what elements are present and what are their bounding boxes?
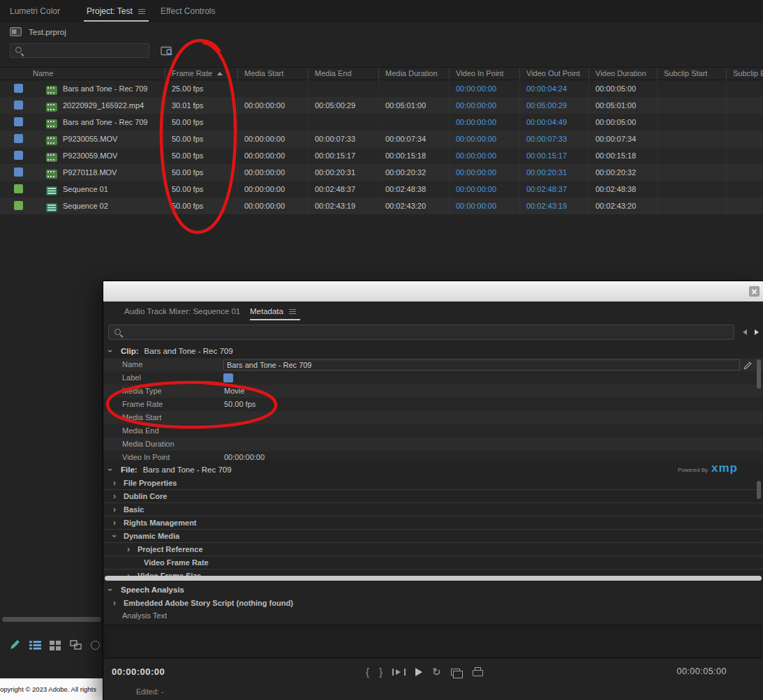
tab-project[interactable]: Project: Test [87, 0, 145, 22]
project-search-input[interactable] [28, 47, 145, 55]
video-out-cell[interactable]: 00:02:48:37 [519, 181, 588, 198]
metadata-section-row[interactable]: Rights Management [103, 516, 763, 530]
file-section-header[interactable]: File: Bars and Tone - Rec 709 [109, 463, 232, 477]
panel-menu-icon[interactable] [138, 9, 145, 15]
metadata-section-row[interactable]: Dublin Core [103, 490, 763, 503]
table-row[interactable]: 20220929_165922.mp4 30.01 fps 00:00:00:0… [0, 97, 763, 114]
tab-audio-track-mixer[interactable]: Audio Track Mixer: Sequence 01 [124, 301, 240, 321]
column-header-video-duration[interactable]: Video Duration [588, 68, 657, 81]
table-row[interactable]: P9230059.MOV 50.00 fps 00:00:00:00 00:00… [0, 147, 763, 164]
chevron-right-icon[interactable] [113, 479, 119, 487]
video-in-cell[interactable]: 00:00:00:00 [449, 181, 519, 198]
metadata-section-row[interactable]: Video Frame Rate [103, 556, 763, 569]
clip-name[interactable]: P9230059.MOV [63, 147, 117, 164]
video-out-cell[interactable]: 00:00:15:17 [519, 147, 588, 164]
label-color-swatch[interactable] [14, 84, 23, 93]
column-header-video-out[interactable]: Video Out Point [519, 68, 588, 81]
video-in-cell[interactable]: 00:00:00:00 [449, 97, 519, 114]
mark-in-brace-icon[interactable] [366, 667, 369, 677]
tab-effect-controls[interactable]: Effect Controls [161, 0, 215, 22]
video-in-cell[interactable]: 00:00:00:00 [449, 164, 519, 181]
column-header-video-in[interactable]: Video In Point [449, 68, 519, 81]
project-file-row[interactable]: Test.prproj [10, 27, 66, 36]
sequence-name[interactable]: Sequence 02 [63, 198, 108, 214]
column-header-subclip-end[interactable]: Subclip End [726, 68, 763, 81]
loop-icon[interactable] [432, 667, 441, 677]
clip-name[interactable]: 20220929_165922.mp4 [63, 97, 144, 114]
freeform-view-icon[interactable] [70, 640, 82, 650]
chevron-down-icon[interactable] [109, 466, 115, 474]
metadata-section-row[interactable]: Basic [103, 503, 763, 516]
clip-name-field[interactable] [223, 359, 740, 371]
vertical-scrollbar[interactable] [757, 481, 761, 499]
clip-section-header[interactable]: Clip: Bars and Tone - Rec 709 [109, 344, 233, 358]
video-out-cell[interactable]: 00:00:20:31 [519, 164, 588, 181]
icon-view-icon[interactable] [50, 640, 61, 650]
table-row[interactable]: Bars and Tone - Rec 709 25.00 fps 00:00:… [0, 80, 763, 97]
clip-name[interactable]: P9270118.MOV [63, 164, 117, 181]
column-header-media-end[interactable]: Media End [308, 68, 378, 81]
metadata-section-row[interactable]: File Properties [103, 477, 763, 490]
video-out-cell[interactable]: 00:00:04:24 [519, 80, 588, 97]
metadata-section-row[interactable]: Project Reference [103, 543, 763, 556]
sequence-name[interactable]: Sequence 01 [63, 181, 108, 198]
column-header-subclip-start[interactable]: Subclip Start [657, 68, 726, 81]
column-header-media-duration[interactable]: Media Duration [378, 68, 449, 81]
speech-analysis-header[interactable]: Speech Analysis [109, 583, 184, 596]
new-search-bin-button[interactable] [159, 43, 175, 57]
column-header-media-start[interactable]: Media Start [237, 68, 308, 81]
list-view-icon[interactable] [29, 640, 41, 650]
field-value[interactable]: 00:00:00:00 [224, 451, 265, 460]
video-out-cell[interactable]: 00:00:04:49 [519, 114, 588, 131]
chevron-right-icon[interactable] [113, 519, 119, 527]
tab-metadata[interactable]: Metadata [250, 301, 296, 321]
play-in-to-out-icon[interactable] [392, 668, 406, 676]
project-writable-pencil-icon[interactable] [8, 639, 21, 651]
label-color-swatch[interactable] [14, 134, 23, 143]
label-color-swatch[interactable] [14, 100, 23, 110]
video-out-cell[interactable]: 00:05:00:29 [519, 97, 588, 114]
analysis-text-area[interactable] [105, 625, 762, 658]
video-in-cell[interactable]: 00:00:00:00 [449, 147, 519, 164]
previous-arrow-icon[interactable] [743, 329, 747, 335]
close-icon[interactable] [749, 286, 760, 297]
metadata-section-row[interactable]: Dynamic Media [103, 530, 763, 543]
clip-name[interactable]: P9230055.MOV [63, 131, 117, 147]
vertical-scrollbar[interactable] [757, 359, 761, 389]
label-color-swatch[interactable] [14, 117, 23, 126]
next-arrow-icon[interactable] [755, 329, 759, 335]
clip-name[interactable]: Bars and Tone - Rec 709 [63, 80, 147, 97]
video-in-cell[interactable]: 00:00:00:00 [449, 114, 519, 131]
horizontal-scrollbar[interactable] [105, 576, 762, 581]
label-color-swatch[interactable] [14, 184, 23, 193]
video-in-cell[interactable]: 00:00:00:00 [449, 131, 519, 147]
chevron-right-icon[interactable] [113, 505, 119, 514]
label-color-swatch[interactable] [14, 201, 23, 210]
column-header-frame-rate[interactable]: Frame Rate [165, 68, 237, 81]
video-out-cell[interactable]: 00:00:07:33 [519, 131, 588, 147]
table-row[interactable]: Sequence 02 50.00 fps 00:00:00:00 00:02:… [0, 198, 763, 214]
mark-out-brace-icon[interactable] [379, 667, 383, 677]
video-in-cell[interactable]: 00:00:00:00 [449, 80, 519, 97]
printer-icon[interactable] [473, 670, 483, 676]
table-row[interactable]: P9230055.MOV 50.00 fps 00:00:00:00 00:00… [0, 131, 763, 147]
metadata-search-input[interactable] [127, 328, 729, 336]
play-icon[interactable] [415, 668, 422, 676]
embedded-script-row[interactable]: Embedded Adobe Story Script (nothing fou… [113, 596, 293, 609]
table-row[interactable]: P9270118.MOV 50.00 fps 00:00:00:00 00:00… [0, 164, 763, 181]
panel-titlebar[interactable] [103, 281, 763, 301]
current-timecode[interactable]: 00:00:00:00 [112, 659, 165, 685]
table-row[interactable]: Bars and Tone - Rec 709 50.00 fps 00:00:… [0, 114, 763, 131]
video-in-cell[interactable]: 00:00:00:00 [449, 198, 519, 214]
clip-name[interactable]: Bars and Tone - Rec 709 [63, 114, 147, 131]
chevron-right-icon[interactable] [113, 599, 119, 607]
label-color-swatch[interactable] [223, 373, 233, 382]
stacked-frames-icon[interactable] [451, 669, 460, 676]
chevron-down-icon[interactable] [109, 347, 115, 355]
label-color-swatch[interactable] [14, 167, 23, 177]
table-row[interactable]: Sequence 01 50.00 fps 00:00:00:00 00:02:… [0, 181, 763, 198]
label-color-swatch[interactable] [14, 151, 23, 160]
panel-menu-icon[interactable] [289, 309, 296, 315]
chevron-down-icon[interactable] [109, 586, 115, 594]
metadata-section-row[interactable]: Video Frame Size [103, 569, 763, 576]
